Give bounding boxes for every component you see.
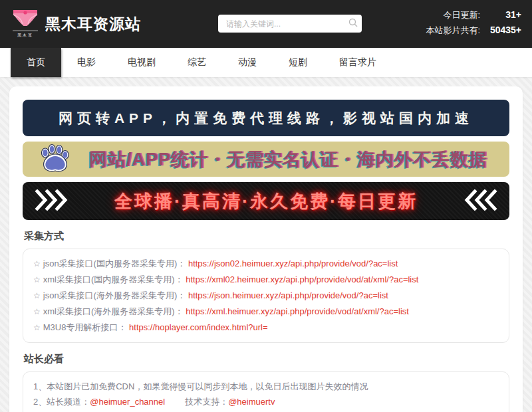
nav-item-shorts[interactable]: 短剧 — [273, 48, 323, 77]
api-label: json采集接口(海外服务器采集专用)： — [43, 290, 186, 300]
paw-icon — [37, 144, 72, 175]
note-channel-label: 2、站长频道： — [33, 397, 90, 407]
note-cdn-text: 1、本站图片已加免费CDN，如果觉得慢可以同步到本地，以免日后出现图片失效的情况 — [33, 381, 368, 391]
collect-section-title: 采集方式 — [24, 230, 508, 243]
banner-web-to-app[interactable]: 网页转APP，内置免费代理线路，影视站国内加速 — [23, 100, 509, 136]
nav-item-movies[interactable]: 电影 — [61, 48, 112, 77]
api-row: ☆M3U8专用解析接口： https://hoplayer.com/index.… — [33, 320, 499, 336]
header: 黑木耳 黑木耳资源站 今日更新: 31+ 本站影片共有: 50435+ — [0, 0, 532, 48]
api-link-json-domestic[interactable]: https://json02.heimuer.xyz/api.php/provi… — [188, 258, 398, 268]
nav-item-tv[interactable]: 电视剧 — [112, 48, 172, 77]
chevrons-left-icon — [463, 189, 497, 213]
banner-global-play-text: 全球播·真高清·永久免费·每日更新 — [114, 189, 418, 213]
api-label: xml采集接口(国内服务器采集专用)： — [43, 274, 184, 284]
webmaster-section-title: 站长必看 — [24, 353, 508, 365]
site-stats: 今日更新: 31+ 本站影片共有: 50435+ — [426, 9, 521, 37]
banner-site-statistics[interactable]: 网站/APP统计・无需实名认证・海内外不丢数据 — [23, 142, 509, 177]
api-link-xml-overseas[interactable]: https://xml.heimuer.xyz/api.php/provide/… — [186, 306, 409, 316]
star-icon: ☆ — [33, 259, 41, 268]
api-label: M3U8专用解析接口： — [43, 322, 127, 332]
note-row-cdn: 1、本站图片已加免费CDN，如果觉得慢可以同步到本地，以免日后出现图片失效的情况 — [33, 379, 499, 394]
banner-global-play[interactable]: 全球播·真高清·永久免费·每日更新 — [23, 182, 509, 220]
search-bar — [218, 15, 362, 33]
star-icon: ☆ — [33, 291, 41, 300]
api-row: ☆json采集接口(国内服务器采集专用)： https://json02.hei… — [33, 256, 499, 272]
main-card: 网页转APP，内置免费代理线路，影视站国内加速 网站/APP统计・无需实名认证・… — [9, 86, 523, 412]
webmaster-notes-box: 1、本站图片已加免费CDN，如果觉得慢可以同步到本地，以免日后出现图片失效的情况… — [23, 371, 509, 412]
search-button[interactable] — [344, 15, 362, 33]
support-link[interactable]: @heimuertv — [228, 397, 275, 407]
api-link-xml-domestic[interactable]: https://xml02.heimuer.xyz/api.php/provid… — [186, 274, 418, 284]
stat-label-total: 本站影片共有: — [426, 25, 480, 37]
api-link-m3u8-parser[interactable]: https://hoplayer.com/index.html?url= — [129, 322, 267, 332]
api-row: ☆xml采集接口(国内服务器采集专用)： https://xml02.heimu… — [33, 272, 499, 288]
stat-label-updates: 今日更新: — [426, 9, 480, 21]
banner-site-statistics-text: 网站/APP统计・无需实名认证・海内外不丢数据 — [89, 148, 487, 171]
stat-value-updates: 31+ — [483, 9, 521, 21]
api-row: ☆xml采集接口(海外服务器采集专用)： https://xml.heimuer… — [33, 304, 499, 320]
site-logo[interactable]: 黑木耳 — [11, 9, 40, 39]
api-label: json采集接口(国内服务器采集专用)： — [43, 258, 186, 268]
nav-item-anime[interactable]: 动漫 — [222, 48, 273, 77]
note-support-label: 技术支持： — [185, 397, 228, 407]
note-row-contacts: 2、站长频道：@heimuer_channel技术支持：@heimuertv — [33, 394, 499, 409]
star-icon: ☆ — [33, 307, 41, 316]
channel-link[interactable]: @heimuer_channel — [90, 397, 165, 407]
site-title[interactable]: 黑木耳资源站 — [45, 14, 141, 35]
nav-item-home[interactable]: 首页 — [11, 48, 61, 77]
collect-api-box: ☆json采集接口(国内服务器采集专用)： https://json02.hei… — [23, 249, 509, 343]
star-icon: ☆ — [33, 275, 41, 284]
search-input[interactable] — [218, 19, 344, 29]
main-nav: 首页 电影 电视剧 综艺 动漫 短剧 留言求片 — [0, 48, 532, 77]
panties-logo-icon — [13, 9, 38, 29]
logo-caption: 黑木耳 — [17, 33, 33, 39]
api-row: ☆json采集接口(海外服务器采集专用)： https://json.heimu… — [33, 288, 499, 304]
nav-item-request[interactable]: 留言求片 — [323, 48, 392, 77]
api-label: xml采集接口(海外服务器采集专用)： — [43, 306, 184, 316]
banner-web-to-app-text: 网页转APP，内置免费代理线路，影视站国内加速 — [59, 109, 473, 128]
star-icon: ☆ — [33, 323, 41, 332]
logo-divider — [13, 31, 38, 31]
api-link-json-overseas[interactable]: https://json.heimuer.xyz/api.php/provide… — [188, 290, 388, 300]
note-row-business: 3、商务广告合作：@heimuer_zs — [33, 409, 499, 412]
chevrons-right-icon — [35, 189, 69, 213]
stat-value-total: 50435+ — [483, 25, 521, 37]
search-icon — [348, 18, 358, 29]
nav-item-variety[interactable]: 综艺 — [172, 48, 222, 77]
